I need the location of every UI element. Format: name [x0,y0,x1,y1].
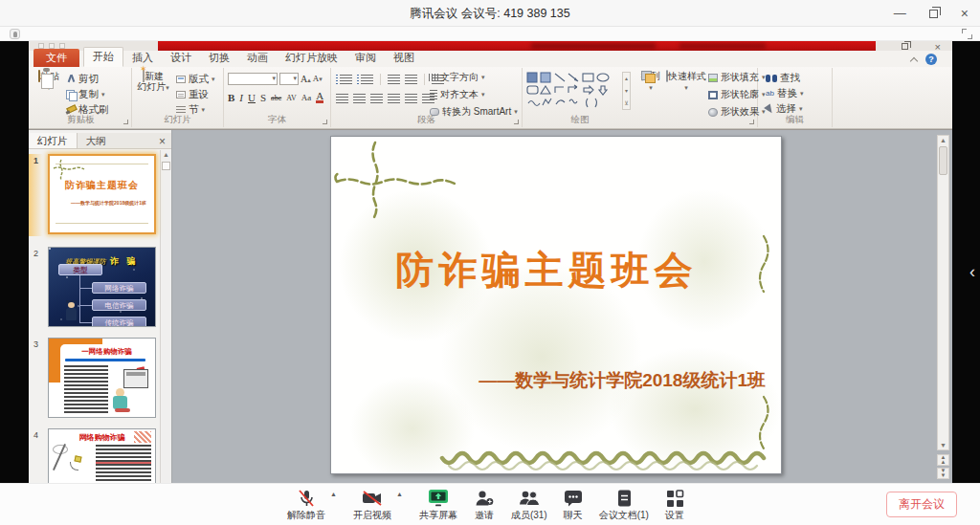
shape-fill-icon [708,74,718,82]
ppt-restore-icon[interactable] [902,43,908,50]
invite-person-icon [474,488,495,508]
previous-slide-button[interactable]: ▲▲ [937,454,949,466]
shapes-gallery[interactable] [526,72,620,110]
group-editing: 查找 ab 替换▾ 选择▾ 编辑 [758,68,833,127]
align-center-icon[interactable] [353,94,366,103]
mic-options-caret[interactable]: ▲ [330,491,337,497]
invite-button[interactable]: 邀请 [474,488,495,522]
shadow-button[interactable]: S [260,92,266,103]
shapes-scroll[interactable]: ▴▾⊻ [622,72,631,110]
justify-icon[interactable] [388,94,400,103]
grow-font-button[interactable]: A▴ [301,74,311,84]
cut-button[interactable]: 剪切 [66,73,99,86]
ribbon-tab-bar: 文件 开始 插入 设计 切换 动画 幻灯片放映 审阅 视图 ? [29,51,952,67]
change-case-button[interactable]: Aa [301,93,312,102]
scroll-up-icon[interactable]: ▲ [161,151,171,158]
collapse-sidebar-chevron[interactable]: ‹ [969,263,975,280]
members-button[interactable]: 成员(31) [511,488,547,522]
arrange-button[interactable]: 排列▾ [635,71,666,93]
thumbnail-slide-4[interactable]: 网络购物诈骗 [48,428,156,483]
tab-animations[interactable]: 动画 [238,49,277,67]
find-button[interactable]: 查找 [766,72,800,85]
copy-button[interactable]: 复制▾ [66,88,105,101]
scroll-up-icon[interactable]: ▲ [938,137,948,143]
scrollbar-thumb[interactable] [939,146,947,175]
binoculars-icon [766,74,777,83]
thumbnail-slide-3[interactable]: 一网络购物诈骗 [48,338,156,418]
slide-subtitle[interactable]: ——数学与统计学院2018级统计1班 [479,368,766,393]
restore-icon[interactable] [929,10,938,18]
numbering-icon[interactable] [361,75,373,84]
shape-effects-button[interactable]: 形状效果▾ [708,105,766,119]
help-icon[interactable]: ? [925,54,937,65]
meeting-titlebar: 腾讯会议 会议号: 419 389 135 — × [0,0,980,27]
leave-meeting-button[interactable]: 离开会议 [886,492,957,517]
settings-button[interactable]: 设置 [665,488,684,522]
shield-icon[interactable] [10,29,20,39]
close-icon[interactable]: × [961,8,969,19]
thumbnail-slide-2[interactable]: 提高警惕谨防 诈 骗 类型 网络诈骗 电信诈骗 传统诈骗 [48,247,156,327]
thumbnail-slide-1[interactable]: 防诈骗主题班会 ——数学与统计学院2018级统计1班 [48,154,156,234]
tab-transitions[interactable]: 切换 [200,49,238,67]
slide-scrollbar[interactable]: ▲ ▼ [937,135,949,450]
panel-close-icon[interactable]: × [159,135,166,148]
new-slide-button[interactable]: 新建 幻灯片▾ [136,71,170,93]
video-options-caret[interactable]: ▲ [396,491,403,497]
replace-button[interactable]: ab 替换▾ [766,87,803,100]
start-video-button[interactable]: 开启视频 [353,488,391,522]
scroll-down-icon[interactable]: ▼ [938,442,948,448]
paste-button[interactable]: 粘贴▾ [33,71,64,93]
underline-button[interactable]: U [248,92,256,103]
diagram-item: 传统诈骗 [92,317,146,327]
shape-outline-button[interactable]: 形状轮廓▾ [708,88,766,101]
ppt-close-icon[interactable]: × [935,43,941,51]
quick-styles-button[interactable]: 快速样式▾ [666,71,706,93]
window-controls: — × [894,0,969,27]
tab-outline[interactable]: 大纲 [78,133,115,148]
align-right-icon[interactable] [370,94,383,103]
bold-button[interactable]: B [228,92,234,103]
clipboard-dialog-launcher[interactable] [123,120,128,124]
bullets-icon[interactable] [340,75,352,84]
paragraph-dialog-launcher[interactable] [514,120,519,124]
char-spacing-button[interactable]: AV [286,94,297,102]
tab-view[interactable]: 视图 [385,49,423,67]
align-left-icon[interactable] [336,94,348,103]
layout-button[interactable]: 版式▾ [176,73,215,86]
slide-title[interactable]: 防诈骗主题班会 [360,244,733,296]
tab-design[interactable]: 设计 [162,49,200,67]
font-dialog-launcher[interactable] [323,120,327,124]
slide-canvas[interactable]: 防诈骗主题班会 ——数学与统计学院2018级统计1班 [330,136,782,474]
unmute-button[interactable]: 解除静音 [287,488,325,522]
next-slide-button[interactable]: ▼▼ [937,468,949,479]
italic-button[interactable]: I [239,92,243,103]
decrease-indent-icon[interactable] [388,75,400,84]
font-color-button[interactable]: A [316,92,323,103]
meeting-docs-button[interactable]: 会议文档(1) [599,488,649,522]
collapse-ribbon-icon[interactable] [910,56,918,64]
meeting-toolbar: 解除静音 ▲ 开启视频 ▲ 共享屏幕 [0,483,980,525]
font-size-select[interactable] [279,73,299,85]
tab-review[interactable]: 审阅 [346,49,385,67]
font-name-select[interactable] [228,73,278,85]
tab-slideshow[interactable]: 幻灯片放映 [277,49,346,67]
chat-button[interactable]: 聊天 [564,488,583,522]
panel-scrollbar[interactable]: ▲ [160,150,171,483]
shared-screen: × 文件 开始 插入 设计 切换 动画 幻灯片放映 审阅 视图 ? [0,41,980,483]
shape-fill-button[interactable]: 形状填充▾ [708,71,766,84]
shape-effects-icon [708,108,718,117]
minimize-icon[interactable]: — [894,9,906,18]
tab-slides-thumbnails[interactable]: 幻灯片 [29,133,78,148]
fullscreen-icon[interactable] [962,29,972,39]
align-text-button[interactable]: 对齐文本▾ [430,88,485,101]
increase-indent-icon[interactable] [405,75,417,84]
text-direction-button[interactable]: 文字方向▾ [430,71,485,84]
share-screen-button[interactable]: 共享屏幕 [419,488,457,522]
drawing-dialog-launcher[interactable] [749,120,754,124]
strikethrough-button[interactable]: abc [271,94,281,102]
reset-button[interactable]: 重设 [176,88,209,101]
tab-home[interactable]: 开始 [83,47,123,67]
distribute-icon[interactable] [405,94,417,103]
shrink-font-button[interactable]: A▾ [313,74,323,83]
tab-file[interactable]: 文件 [33,49,79,67]
